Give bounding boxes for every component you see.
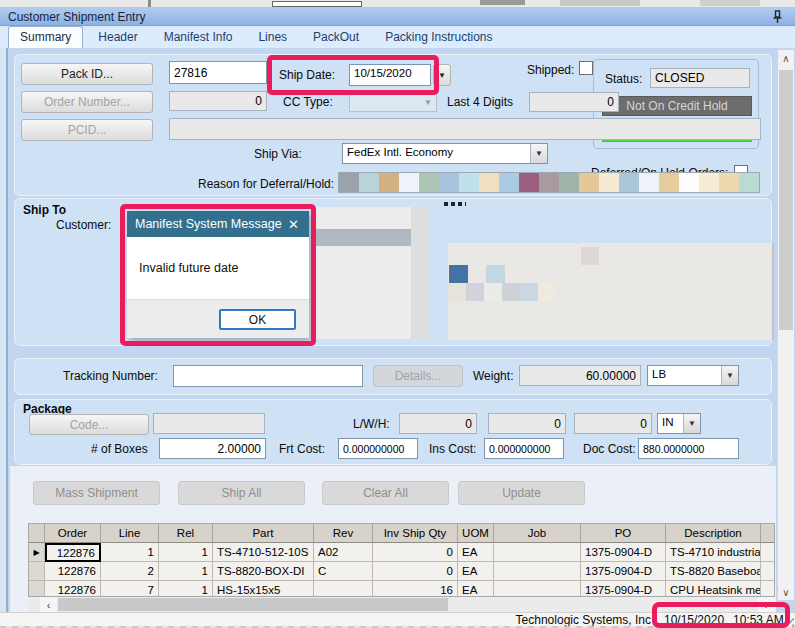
vertical-scrollbar-thumb[interactable] [779,70,793,330]
boxes-label: # of Boxes [91,442,148,456]
grid-cell: 1375-0904-D [581,581,666,597]
last4-label: Last 4 Digits [447,95,513,109]
ship-via-combo[interactable]: FedEx Intl. Economy ▼ [342,143,548,164]
grid-cell: TS-8820-BOX-DI [213,562,314,581]
table-row[interactable]: ▶12287611TS-4710-512-10SA020EA1375-0904-… [29,543,774,562]
pack-id-value[interactable]: 27816 [169,61,267,84]
scroll-right-icon[interactable]: › [758,597,775,612]
column-header-po[interactable]: PO [581,524,666,543]
redacted-pixel-block [484,283,502,301]
reason-color-block [379,173,399,192]
column-header-blank[interactable] [761,524,775,543]
reason-color-block [539,173,559,192]
pack-id-button[interactable]: Pack ID... [21,63,153,85]
pcid-value [169,118,761,140]
ship-date-combo[interactable]: 10/15/2020 [349,64,431,86]
reason-color-block [499,173,519,192]
horizontal-scrollbar-thumb[interactable] [58,598,448,611]
reason-color-block [519,173,539,192]
column-header-description[interactable]: Description [666,524,761,543]
redacted-column [411,207,429,339]
reason-color-block [399,173,419,192]
column-header-rev[interactable]: Rev [314,524,373,543]
redacted-pixel-block [520,283,538,301]
dim-uom-combo[interactable]: IN ▼ [657,413,701,434]
grid-cell: EA [458,581,494,597]
redacted-pixel-block [486,265,505,283]
pcid-button: PCID... [21,119,153,141]
column-header-uom[interactable]: UOM [458,524,494,543]
scroll-down-icon[interactable]: ∨ [778,584,794,600]
pin-icon[interactable] [772,10,783,24]
grid-cell [494,562,581,581]
ship-via-dropdown-icon[interactable]: ▼ [530,144,547,163]
scroll-left-icon[interactable]: ‹ [40,597,57,612]
redacted-pixel-block [449,265,468,283]
redacted-address-panel [448,243,774,340]
tab-packing-instructions[interactable]: Packing Instructions [374,27,503,48]
package-group: Package Code... L/W/H: 0 0 0 IN ▼ # of B… [14,399,772,465]
redacted-pixel-block [448,283,466,301]
grid-cell: 122876 [45,543,101,562]
mass-shipment-button[interactable]: Mass Shipment [33,481,160,505]
weight-uom-dropdown-icon[interactable]: ▼ [721,366,738,385]
grid-cell: TS-8820 Baseboa [666,562,761,581]
vertical-scrollbar[interactable]: ∧ ∨ [778,50,794,600]
reason-label: Reason for Deferral/Hold: [198,177,334,191]
weight-value: 60.00000 [519,365,641,386]
reason-color-block [339,173,359,192]
credit-hold-button[interactable]: Not On Credit Hold [602,96,752,116]
dim-uom-dropdown-icon[interactable]: ▼ [683,414,700,433]
column-header-line[interactable]: Line [101,524,159,543]
row-selector[interactable] [29,562,45,581]
tab-manifest-info[interactable]: Manifest Info [153,27,244,48]
grid-cell [761,562,775,581]
ins-cost-value[interactable]: 0.000000000 [484,438,564,459]
table-row[interactable]: 12287671HS-15x15x516EA1375-0904-DCPU Hea… [29,581,774,597]
weight-uom-combo[interactable]: LB ▼ [647,365,739,386]
tracking-number-input[interactable] [173,365,363,387]
ship-all-button[interactable]: Ship All [178,481,305,505]
column-header-rel[interactable]: Rel [159,524,213,543]
column-header-inv-ship-qty[interactable]: Inv Ship Qty [373,524,458,543]
height-value: 0 [574,413,652,434]
details-button: Details... [373,365,463,387]
tab-summary[interactable]: Summary [8,26,83,48]
ship-date-dropdown-icon[interactable]: ▼ [433,64,451,86]
boxes-value[interactable]: 2.00000 [159,438,266,459]
reason-redacted-strip [338,172,760,193]
scroll-up-icon[interactable]: ∧ [778,50,794,66]
reason-color-block [439,173,459,192]
tracking-group: Tracking Number: Details... Weight: 60.0… [14,358,772,395]
row-selector-arrow-icon[interactable]: ▶ [29,543,45,562]
dialog-titlebar[interactable]: Manifest System Message ✕ [127,211,309,237]
panel-titlebar[interactable]: Customer Shipment Entry [0,8,795,26]
customer-label: Customer: [56,218,111,232]
update-button[interactable]: Update [458,481,585,505]
redacted-pixel-block [581,247,599,265]
row-selector[interactable] [29,581,45,597]
table-row[interactable]: 12287621TS-8820-BOX-DIC0EA1375-0904-DTS-… [29,562,774,581]
clipped-toolbar-fragment [560,0,640,6]
grid-cell: 1375-0904-D [581,543,666,562]
tab-header[interactable]: Header [87,27,148,48]
redacted-pixel-block [502,283,520,301]
horizontal-scrollbar[interactable]: ‹ › [28,597,775,612]
frt-cost-value[interactable]: 0.000000000 [338,438,418,459]
column-header-blank[interactable] [29,524,45,543]
clipped-text-fragment [444,202,466,206]
column-header-part[interactable]: Part [213,524,314,543]
ok-button[interactable]: OK [219,309,296,330]
clear-all-button[interactable]: Clear All [322,481,449,505]
doc-cost-value[interactable]: 880.0000000 [638,438,739,459]
shipment-lines-grid: OrderLineRelPartRevInv Ship QtyUOMJobPOD… [28,523,775,597]
company-name: Technologic Systems, Inc [516,613,651,627]
shipped-checkbox[interactable] [579,61,593,75]
column-header-job[interactable]: Job [494,524,581,543]
weight-label: Weight: [473,369,513,383]
tab-lines[interactable]: Lines [247,27,298,48]
tab-packout[interactable]: PackOut [302,27,370,48]
close-icon[interactable]: ✕ [286,217,301,232]
clipped-toolbar-inputbox [272,1,362,7]
column-header-order[interactable]: Order [45,524,101,543]
